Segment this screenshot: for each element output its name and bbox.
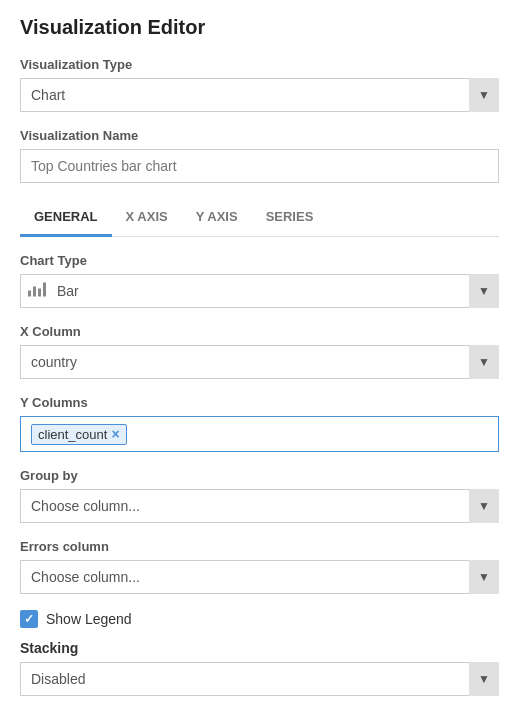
errors-column-label: Errors column (20, 539, 499, 554)
tab-xaxis[interactable]: X AXIS (112, 199, 182, 237)
y-columns-input[interactable]: client_count × (20, 416, 499, 452)
page-title: Visualization Editor (20, 16, 499, 39)
y-column-tag: client_count × (31, 424, 127, 445)
x-column-wrapper: country ▼ (20, 345, 499, 379)
stacking-group: Stacking Disabled Normal Percent ▼ (20, 640, 499, 696)
tab-yaxis[interactable]: Y AXIS (182, 199, 252, 237)
show-legend-label: Show Legend (46, 611, 132, 627)
visualization-name-group: Visualization Name (20, 128, 499, 183)
errors-column-select[interactable]: Choose column... (20, 560, 499, 594)
x-column-label: X Column (20, 324, 499, 339)
stacking-wrapper: Disabled Normal Percent ▼ (20, 662, 499, 696)
errors-column-wrapper: Choose column... ▼ (20, 560, 499, 594)
y-columns-label: Y Columns (20, 395, 499, 410)
x-column-group: X Column country ▼ (20, 324, 499, 379)
chart-type-select[interactable]: Bar Line Pie Area (20, 274, 499, 308)
visualization-type-select[interactable]: Chart Table Counter Map (20, 78, 499, 112)
y-column-tag-label: client_count (38, 427, 107, 442)
chart-type-wrapper: Bar Line Pie Area ▼ (20, 274, 499, 308)
visualization-type-wrapper: Chart Table Counter Map ▼ (20, 78, 499, 112)
y-columns-group: Y Columns client_count × (20, 395, 499, 452)
visualization-name-input[interactable] (20, 149, 499, 183)
tab-series[interactable]: SERIES (252, 199, 328, 237)
group-by-label: Group by (20, 468, 499, 483)
page-container: Visualization Editor Visualization Type … (0, 0, 519, 713)
y-column-tag-remove[interactable]: × (111, 427, 119, 441)
stacking-select[interactable]: Disabled Normal Percent (20, 662, 499, 696)
show-legend-row: ✓ Show Legend (20, 610, 499, 628)
group-by-wrapper: Choose column... ▼ (20, 489, 499, 523)
visualization-type-group: Visualization Type Chart Table Counter M… (20, 57, 499, 112)
show-legend-checkbox[interactable]: ✓ (20, 610, 38, 628)
errors-column-group: Errors column Choose column... ▼ (20, 539, 499, 594)
chart-type-group: Chart Type Bar Line Pie Area ▼ (20, 253, 499, 308)
group-by-group: Group by Choose column... ▼ (20, 468, 499, 523)
stacking-label: Stacking (20, 640, 499, 656)
tabs-container: GENERAL X AXIS Y AXIS SERIES (20, 199, 499, 237)
visualization-name-label: Visualization Name (20, 128, 499, 143)
x-column-select[interactable]: country (20, 345, 499, 379)
tab-general[interactable]: GENERAL (20, 199, 112, 237)
group-by-select[interactable]: Choose column... (20, 489, 499, 523)
chart-type-label: Chart Type (20, 253, 499, 268)
visualization-type-label: Visualization Type (20, 57, 499, 72)
